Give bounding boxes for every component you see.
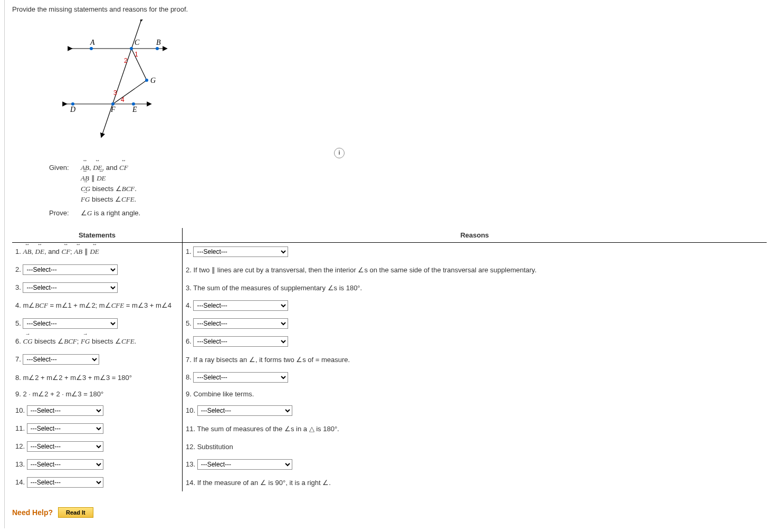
table-row: 8. m∠2 + m∠2 + m∠3 + m∠3 = 180°8. ---Sel…	[12, 368, 767, 386]
reason-text: 9. Combine like terms.	[183, 386, 767, 402]
row-number: 14.	[15, 478, 27, 486]
statement-select[interactable]: ---Select---	[23, 354, 99, 365]
table-row: 6. CG bisects ∠BCF; FG bisects ∠CFE.6. -…	[12, 332, 767, 350]
table-row: 14. ---Select---14. If the measure of an…	[12, 473, 767, 491]
statement-text: 9. 2 · m∠2 + 2 · m∠3 = 180°	[12, 386, 183, 402]
row-number: 6.	[186, 337, 193, 345]
svg-point-6	[156, 47, 159, 50]
statement-select[interactable]: ---Select---	[23, 318, 118, 329]
svg-text:4: 4	[121, 96, 125, 103]
svg-text:C: C	[135, 39, 140, 46]
proof-table: Statements Reasons 1. AB, DE, and CF; AB…	[12, 228, 767, 491]
reason-text: 3. The sum of the measures of supplement…	[183, 279, 767, 297]
table-row: 2. ---Select---2. If two ∥ lines are cut…	[12, 261, 767, 279]
reason-select[interactable]: ---Select---	[193, 318, 288, 329]
statement-select[interactable]: ---Select---	[23, 264, 118, 275]
statement-text: 4. m∠BCF = m∠1 + m∠2; m∠CFE = m∠3 + m∠4	[12, 297, 183, 315]
reason-text: 7. If a ray bisects an ∠, it forms two ∠…	[183, 350, 767, 368]
svg-point-11	[145, 79, 148, 82]
reason-select[interactable]: ---Select---	[193, 372, 288, 383]
svg-text:1: 1	[135, 51, 138, 58]
table-row: 3. ---Select---3. The sum of the measure…	[12, 279, 767, 297]
svg-text:2: 2	[124, 57, 128, 64]
table-row: 13. ---Select---13. ---Select---	[12, 455, 767, 473]
svg-text:F: F	[110, 106, 116, 113]
svg-text:A: A	[90, 39, 95, 46]
row-number: 13.	[15, 460, 27, 468]
table-row: 7. ---Select---7. If a ray bisects an ∠,…	[12, 350, 767, 368]
statements-header: Statements	[12, 228, 183, 243]
row-number: 5.	[15, 319, 23, 327]
table-row: 5. ---Select---5. ---Select---	[12, 315, 767, 332]
reason-select[interactable]: ---Select---	[197, 459, 292, 470]
statement-select[interactable]: ---Select---	[27, 477, 103, 488]
reasons-header: Reasons	[183, 228, 767, 243]
reason-text: 11. The sum of measures of the ∠s in a △…	[183, 420, 767, 438]
row-number: 10.	[186, 406, 197, 414]
svg-text:B: B	[156, 39, 161, 46]
svg-line-2	[102, 20, 141, 136]
table-row: 1. AB, DE, and CF; AB ∥ DE1. ---Select--…	[12, 243, 767, 261]
statement-text: 1. AB, DE, and CF; AB ∥ DE	[12, 243, 183, 261]
table-row: 9. 2 · m∠2 + 2 · m∠3 = 180°9. Combine li…	[12, 386, 767, 402]
svg-text:3: 3	[113, 89, 117, 97]
table-row: 4. m∠BCF = m∠1 + m∠2; m∠CFE = m∠3 + m∠44…	[12, 297, 767, 315]
reason-text: 12. Substitution	[183, 438, 767, 455]
statement-text: 8. m∠2 + m∠2 + m∠3 + m∠3 = 180°	[12, 368, 183, 386]
svg-text:G: G	[150, 77, 156, 84]
reason-select[interactable]: ---Select---	[197, 405, 292, 416]
row-number: 12.	[15, 442, 27, 450]
statement-text: 6. CG bisects ∠BCF; FG bisects ∠CFE.	[12, 332, 183, 350]
statement-select[interactable]: ---Select---	[27, 459, 103, 470]
statement-select[interactable]: ---Select---	[23, 282, 118, 293]
row-number: 7.	[15, 355, 23, 363]
reason-select[interactable]: ---Select---	[193, 336, 288, 347]
table-row: 10. ---Select---10. ---Select---	[12, 402, 767, 420]
svg-line-4	[113, 80, 147, 104]
row-number: 10.	[15, 406, 27, 414]
svg-text:E: E	[132, 106, 137, 113]
svg-point-5	[90, 47, 93, 50]
row-number: 4.	[186, 301, 193, 309]
statement-select[interactable]: ---Select---	[27, 423, 103, 434]
prove-body: ∠G is a right angle.	[81, 209, 140, 217]
row-number: 13.	[186, 460, 197, 468]
table-row: 11. ---Select---11. The sum of measures …	[12, 420, 767, 438]
given-label: Given:	[49, 164, 81, 172]
svg-point-7	[130, 47, 133, 50]
need-help-label: Need Help?	[12, 508, 53, 517]
svg-text:D: D	[70, 106, 75, 113]
reason-select[interactable]: ---Select---	[193, 300, 288, 311]
given-body: AB, DE, and CF AB ∥ DE CG bisects ∠BCF. …	[81, 164, 137, 206]
reason-text: 14. If the measure of an ∠ is 90°, it is…	[183, 473, 767, 491]
row-number: 1.	[186, 248, 193, 255]
geometry-diagram: A B C D E F G 1 2 3 4	[60, 20, 767, 142]
info-icon[interactable]: i	[334, 148, 345, 158]
row-number: 5.	[186, 319, 193, 327]
row-number: 11.	[15, 424, 27, 432]
row-number: 2.	[15, 265, 23, 273]
reason-select[interactable]: ---Select---	[193, 246, 288, 257]
reason-text: 2. If two ∥ lines are cut by a transvers…	[183, 261, 767, 279]
row-number: 3.	[15, 283, 23, 291]
prompt-text: Provide the missing statements and reaso…	[12, 5, 767, 13]
prove-label: Prove:	[49, 209, 81, 217]
statement-select[interactable]: ---Select---	[27, 441, 103, 452]
svg-line-3	[131, 49, 147, 80]
table-row: 12. ---Select---12. Substitution	[12, 438, 767, 455]
row-number: 8.	[186, 373, 193, 381]
read-it-button[interactable]: Read It	[58, 507, 93, 518]
statement-select[interactable]: ---Select---	[27, 405, 103, 416]
